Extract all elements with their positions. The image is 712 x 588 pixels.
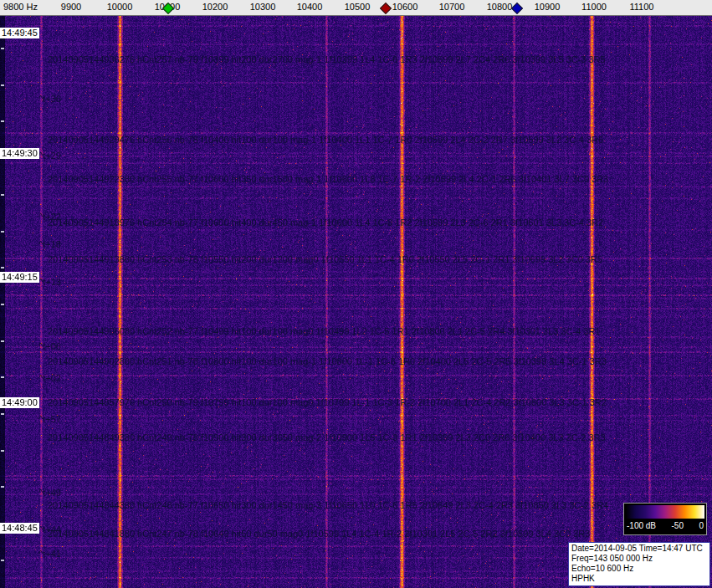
info-line-date-time: Date=2014-09-05 Time=14:47 UTC bbox=[571, 544, 707, 554]
echo-time-marker: ^t+49 bbox=[38, 488, 61, 498]
info-line-echo: Echo=10 600 Hz bbox=[571, 564, 707, 574]
echo-time-marker: ^t+02 bbox=[38, 374, 61, 383]
freq-tick-label: 9800 Hz bbox=[3, 2, 38, 12]
time-label: 14:49:30 bbox=[0, 148, 39, 159]
freq-tick-label: 10800 bbox=[487, 2, 513, 12]
spectrogram-window: 9800 Hz 9900 10000 10100 10200 10300 104… bbox=[0, 0, 712, 588]
freq-tick-label: 9900 bbox=[61, 2, 81, 12]
info-line-station: HPHK bbox=[571, 574, 707, 584]
freq-tick-label: 11000 bbox=[581, 2, 607, 12]
marker-diamond-red[interactable] bbox=[380, 3, 392, 14]
db-color-legend: -100 dB -50 0 bbox=[623, 503, 707, 535]
echo-detection-record: 20140905144849380 hCnt249 nb-78 f10900 h… bbox=[48, 433, 606, 442]
time-label: 14:49:00 bbox=[0, 397, 39, 408]
legend-label-mid: -50 bbox=[672, 521, 684, 530]
echo-detection-record: 20140905144841880 hCnt247 nb-78 f10649 h… bbox=[48, 529, 590, 539]
echo-detection-record: 20140905144918976 hCnt254 nb-77 f10600 h… bbox=[48, 218, 603, 228]
echo-detection-record: 20140905144922380 hCnt255 nb-77 f10600 h… bbox=[48, 175, 608, 184]
freq-tick-label: 10000 bbox=[107, 2, 133, 12]
echo-detection-record: 20140905144857976 hCnt250 nb-79 f10799 h… bbox=[48, 398, 607, 407]
freq-tick-label: 10300 bbox=[250, 2, 276, 12]
info-box: Date=2014-09-05 Time=14:47 UTC Freq=143 … bbox=[568, 542, 710, 586]
freq-tick-label: 10400 bbox=[297, 2, 323, 12]
time-label: 14:49:45 bbox=[0, 28, 39, 38]
freq-tick-label: 10700 bbox=[439, 2, 465, 12]
legend-gradient-bar bbox=[626, 505, 704, 519]
echo-detection-record: 20140905144844380 hCnt248 nb-77 f10650 h… bbox=[48, 501, 608, 510]
time-label: 14:49:15 bbox=[0, 272, 39, 283]
freq-tick-label: 11100 bbox=[630, 2, 654, 12]
echo-detection-record: 20140905144913880 hCnt253 nb-78 f10550 h… bbox=[48, 255, 602, 264]
frequency-axis: 9800 Hz 9900 10000 10100 10200 10300 104… bbox=[0, 0, 712, 16]
echo-detection-record: 20140905144902880 hCnt251 nb-78 f10800 h… bbox=[48, 357, 607, 366]
echo-detection-record: 20140905144936276 hCnt257 nb-79 f10399 h… bbox=[48, 55, 606, 64]
echo-time-marker: ^t+29 bbox=[38, 151, 61, 161]
echo-time-marker: ^t+57 bbox=[38, 415, 61, 424]
freq-tick-label: 10200 bbox=[202, 2, 228, 12]
echo-time-marker: ^t+18 bbox=[38, 240, 61, 249]
info-line-frequency: Freq=143 050 000 Hz bbox=[571, 554, 707, 564]
legend-label-max: 0 bbox=[699, 521, 704, 530]
freq-tick-label: 10900 bbox=[535, 2, 561, 12]
echo-time-marker: ^t+36 bbox=[38, 95, 61, 104]
time-label: 14:48:45 bbox=[0, 523, 39, 534]
legend-label-min: -100 dB bbox=[627, 521, 656, 530]
freq-tick-label: 10500 bbox=[345, 2, 371, 12]
legend-labels: -100 dB -50 0 bbox=[624, 519, 706, 530]
echo-time-marker: ^t+41 bbox=[38, 550, 61, 559]
echo-time-marker: ^t+06 bbox=[38, 342, 61, 351]
freq-tick-label: 10600 bbox=[392, 2, 418, 12]
echo-time-marker: ^t+13 bbox=[38, 278, 61, 287]
marker-diamond-blue[interactable] bbox=[511, 3, 523, 14]
echo-detection-record: 20140905144906080 hCnt252 nb-77 f10499 h… bbox=[48, 327, 601, 336]
echo-detection-record: 20140905144929476 hCnt256 nb-78 f10400 h… bbox=[48, 135, 603, 145]
